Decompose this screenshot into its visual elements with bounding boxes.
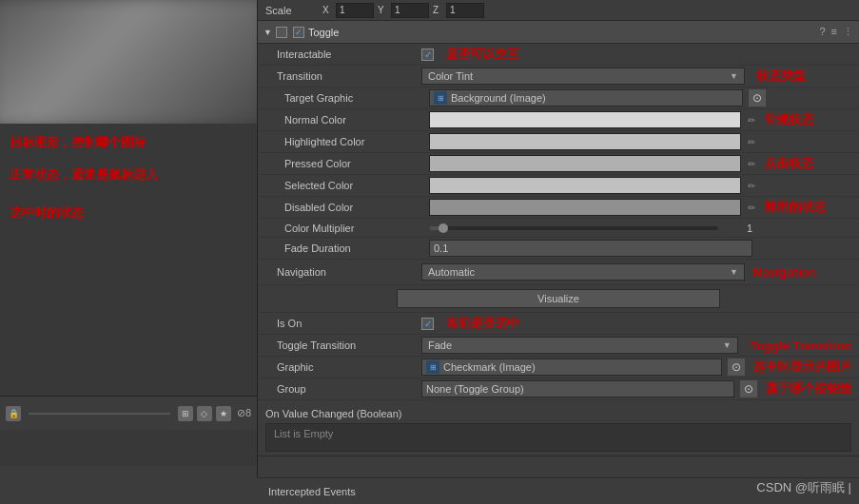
fade-duration-label: Fade Duration (277, 242, 429, 254)
navigation-dropdown[interactable]: Automatic ▼ (421, 263, 745, 281)
component-script-checkbox[interactable]: ✓ (293, 27, 304, 38)
annotation-toggle-transition: Toggle Transition (750, 339, 851, 353)
graphic-value: ⊞ Checkmark (Image) ⊙ 选中时显示的图片 (421, 359, 851, 376)
interactable-checkbox[interactable] (421, 48, 434, 61)
inspector-panel: Scale X Y Z ▼ ✓ Toggle ? ≡ ⋮ (257, 0, 859, 504)
transition-row: Transition Color Tint ▼ 状态类型 (258, 66, 859, 87)
annotation-navigation: Navigation (752, 265, 815, 280)
lock-icon: 🔒 (6, 406, 21, 421)
selected-color-row: Selected Color ✏ (258, 175, 859, 197)
toggle-transition-arrow: ▼ (723, 340, 732, 350)
help-icon[interactable]: ? (819, 26, 825, 38)
star-icon: ★ (216, 406, 231, 421)
selected-color-value: ✏ (429, 177, 851, 194)
annotation-target-graphic: 目标图形，控制哪个图标 (10, 133, 146, 153)
collapse-arrow[interactable]: ▼ (264, 28, 272, 37)
annotation-is-on: 是否可以交互 (445, 46, 519, 63)
graphic-row: Graphic ⊞ Checkmark (Image) ⊙ 选中时显示的图片 (258, 357, 859, 378)
scale-y-field: Y (378, 3, 429, 18)
target-graphic-select-button[interactable]: ⊙ (749, 89, 766, 107)
toggle-transition-label: Toggle Transition (269, 339, 421, 351)
tag-icon: ◇ (197, 406, 212, 421)
slider-thumb[interactable] (439, 223, 448, 233)
group-select-button[interactable]: ⊙ (740, 380, 757, 397)
target-graphic-field: ⊞ Background (Image) (429, 89, 743, 107)
layer-count: ⊘8 (237, 407, 251, 419)
more-icon[interactable]: ⋮ (843, 26, 853, 38)
group-value: None (Toggle Group) ⊙ 属于哪个按钮组 (421, 380, 851, 397)
pressed-color-value: ✏ 点击状态 (429, 155, 851, 172)
graphic-select-button[interactable]: ⊙ (728, 359, 745, 376)
bottom-toolbar: 🔒 ⊞ ◇ ★ ⊘8 (0, 396, 257, 430)
annotation-is-on-current: 当前是否选中 (445, 315, 519, 332)
fade-duration-value (429, 240, 851, 257)
on-value-changed-section: On Value Changed (Boolean) List is Empty (258, 400, 859, 456)
transition-dropdown[interactable]: Color Tint ▼ (421, 68, 745, 85)
component-enabled-checkbox[interactable] (276, 27, 287, 38)
disabled-color-value: ✏ 禁用的状态 (429, 199, 851, 216)
normal-color-row: Normal Color ✏ 常规状态 (258, 109, 859, 131)
interactable-label: Interactable (269, 48, 421, 60)
pencil-icon-2[interactable]: ✏ (745, 135, 758, 148)
highlighted-color-swatch[interactable] (429, 133, 741, 150)
annotation-selected-color: 选中时的状态 (10, 204, 84, 222)
annotation-graphic-display: 选中时显示的图片 (752, 359, 851, 376)
selected-color-swatch[interactable] (429, 177, 741, 194)
preview-blur (0, 0, 257, 124)
scale-x-field: X (322, 3, 374, 18)
normal-color-value: ✏ 常规状态 (429, 111, 851, 128)
color-multiplier-slider[interactable]: 1 (429, 223, 752, 234)
color-multiplier-value: 1 (429, 223, 851, 234)
is-on-value: 当前是否选中 (421, 315, 851, 332)
component-icons: ? ≡ ⋮ (819, 26, 853, 38)
annotation-click: 点击状态 (764, 155, 813, 172)
pencil-icon-5[interactable]: ✏ (745, 201, 758, 214)
annotation-normal: 常规状态 (764, 111, 813, 128)
annotation-disabled: 禁用的状态 (764, 199, 826, 216)
fade-duration-input[interactable] (429, 240, 752, 257)
pressed-color-swatch[interactable] (429, 155, 741, 172)
pressed-color-label: Pressed Color (277, 158, 429, 169)
intercepted-events-label: Intercepted Events (268, 486, 356, 497)
highlighted-color-value: ✏ (429, 133, 851, 150)
event-list: List is Empty (265, 423, 851, 452)
scale-fields: X Y Z (322, 3, 851, 18)
group-field: None (Toggle Group) (421, 380, 734, 397)
graphic-image-icon: ⊞ (426, 360, 439, 374)
interactable-row: Interactable 是否可以交互 (258, 44, 859, 66)
left-panel: 目标图形，控制哪个图标 正常状态，通常是鼠标进入 选中时的状态 🔒 ⊞ ◇ ★ … (0, 0, 257, 466)
normal-color-swatch[interactable] (429, 111, 741, 128)
scale-x-input[interactable] (336, 3, 374, 18)
scale-label: Scale (265, 5, 322, 16)
scale-z-field: Z (433, 3, 484, 18)
watermark: CSDN @听雨眠 | (756, 479, 851, 496)
settings-icon[interactable]: ≡ (831, 26, 837, 38)
layers-icon: ⊞ (178, 406, 193, 421)
disabled-color-swatch[interactable] (429, 199, 741, 216)
color-multiplier-label: Color Multiplier (277, 223, 429, 234)
y-axis-label: Y (378, 5, 389, 15)
graphic-label: Graphic (269, 361, 421, 373)
z-axis-label: Z (433, 5, 444, 15)
scale-y-input[interactable] (391, 3, 429, 18)
highlighted-color-row: Highlighted Color ✏ (258, 131, 859, 153)
disabled-color-row: Disabled Color ✏ 禁用的状态 (258, 197, 859, 219)
navigation-row: Navigation Automatic ▼ Navigation (258, 260, 859, 285)
visualize-button[interactable]: Visualize (397, 289, 720, 308)
pencil-icon-4[interactable]: ✏ (745, 179, 758, 192)
component-header: ▼ ✓ Toggle ? ≡ ⋮ (258, 21, 859, 44)
color-multiplier-number: 1 (724, 223, 752, 234)
pencil-icon-3[interactable]: ✏ (745, 157, 758, 170)
interactable-value: 是否可以交互 (421, 46, 851, 63)
transition-value: Color Tint ▼ 状态类型 (421, 68, 851, 85)
preview-area (0, 0, 257, 124)
scale-row: Scale X Y Z (258, 0, 859, 21)
x-axis-label: X (322, 5, 334, 15)
is-on-checkbox[interactable] (421, 318, 434, 330)
scale-z-input[interactable] (446, 3, 484, 18)
slider-track (429, 226, 718, 230)
on-value-changed-header: On Value Changed (Boolean) (265, 404, 851, 423)
highlighted-color-label: Highlighted Color (277, 136, 429, 147)
toggle-transition-dropdown[interactable]: Fade ▼ (421, 337, 738, 354)
pencil-icon[interactable]: ✏ (745, 113, 758, 126)
